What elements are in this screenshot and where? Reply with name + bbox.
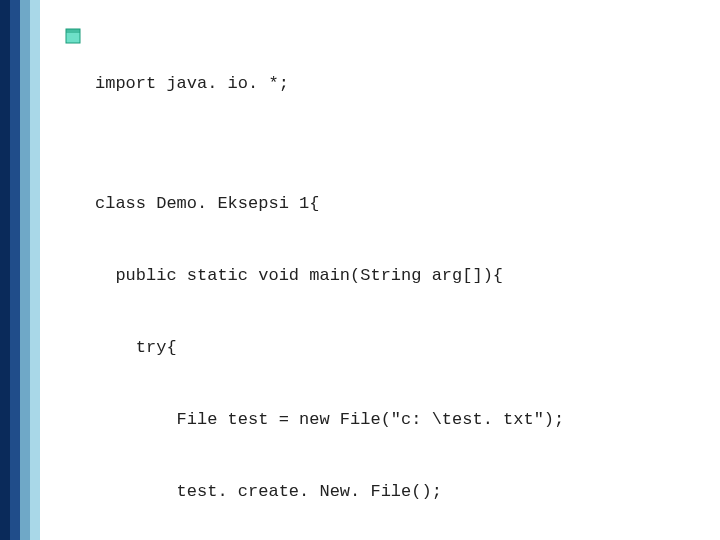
decor-stripe-2 xyxy=(10,0,20,540)
svg-rect-1 xyxy=(66,29,80,33)
code-line: test. create. New. File(); xyxy=(95,480,690,504)
slide: import java. io. *; class Demo. Eksepsi … xyxy=(0,0,720,540)
decor-stripe-1 xyxy=(0,0,10,540)
decor-stripe-3 xyxy=(20,0,30,540)
code-block: import java. io. *; class Demo. Eksepsi … xyxy=(95,24,690,540)
code-line: class Demo. Eksepsi 1{ xyxy=(95,192,690,216)
decor-stripe-4 xyxy=(30,0,40,540)
square-bullet-icon xyxy=(65,28,81,44)
code-line: import java. io. *; xyxy=(95,72,690,96)
code-line: public static void main(String arg[]){ xyxy=(95,264,690,288)
code-line: File test = new File("c: \test. txt"); xyxy=(95,408,690,432)
code-line: try{ xyxy=(95,336,690,360)
